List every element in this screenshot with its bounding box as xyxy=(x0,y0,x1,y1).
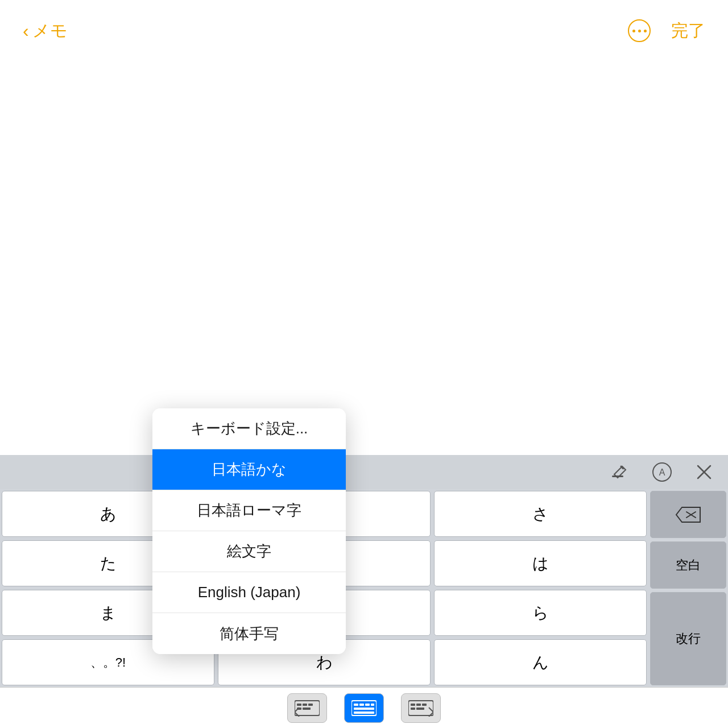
back-chevron-icon: ‹ xyxy=(23,22,29,40)
svg-rect-10 xyxy=(303,704,307,706)
svg-rect-15 xyxy=(354,704,358,706)
circle-a-icon: A xyxy=(652,462,672,482)
svg-rect-23 xyxy=(416,704,421,706)
edit-icon xyxy=(611,463,629,481)
svg-rect-11 xyxy=(308,704,313,706)
svg-rect-20 xyxy=(354,712,374,714)
dropdown-item-english-japan[interactable]: English (Japan) xyxy=(152,572,346,613)
nav-right-actions: 完了 xyxy=(628,19,705,43)
key-sa[interactable]: さ xyxy=(434,491,647,537)
current-keyboard-button[interactable] xyxy=(344,693,384,723)
content-area: A あ か さ た な xyxy=(0,46,728,728)
keyboard-body: あ か さ た な は ま や ら 、。?! xyxy=(0,489,728,687)
dropdown-item-japanese-romaji[interactable]: 日本語ローマ字 xyxy=(152,490,346,531)
space-key[interactable]: 空白 xyxy=(650,541,726,589)
svg-rect-18 xyxy=(371,704,374,706)
dot3 xyxy=(644,30,647,32)
next-keyboard-button[interactable] xyxy=(401,693,441,723)
close-keyboard-button[interactable] xyxy=(692,460,717,485)
dropdown-item-japanese-kana[interactable]: 日本語かな xyxy=(152,449,346,490)
next-keyboard-icon xyxy=(408,700,433,717)
predictive-candidate[interactable] xyxy=(607,460,632,485)
prev-keyboard-icon xyxy=(295,700,320,717)
svg-rect-25 xyxy=(411,708,415,710)
svg-rect-13 xyxy=(303,708,311,710)
dropdown-item-emoji[interactable]: 絵文字 xyxy=(152,531,346,572)
keyboard-toolbar: A xyxy=(0,455,728,489)
svg-rect-26 xyxy=(416,708,424,710)
circle-a-button[interactable]: A xyxy=(650,460,675,485)
key-ha[interactable]: は xyxy=(434,540,647,586)
svg-rect-17 xyxy=(365,704,370,706)
dot2 xyxy=(638,30,641,32)
svg-rect-22 xyxy=(411,704,415,706)
dropdown-item-keyboard-settings[interactable]: キーボード設定... xyxy=(152,408,346,449)
back-label: メモ xyxy=(32,19,68,43)
delete-key[interactable] xyxy=(650,491,726,538)
svg-rect-19 xyxy=(354,708,374,710)
svg-text:A: A xyxy=(659,468,665,477)
keyboard-language-dropdown: キーボード設定... 日本語かな 日本語ローマ字 絵文字 English (Ja… xyxy=(152,408,346,654)
dropdown-item-chinese-handwriting[interactable]: 简体手写 xyxy=(152,613,346,654)
current-keyboard-icon xyxy=(351,700,377,717)
key-ra[interactable]: ら xyxy=(434,590,647,636)
prev-keyboard-button[interactable] xyxy=(287,693,327,723)
keyboard-area: A あ か さ た な xyxy=(0,455,728,728)
svg-rect-9 xyxy=(297,704,301,706)
svg-rect-0 xyxy=(612,475,623,477)
done-button[interactable]: 完了 xyxy=(671,19,705,43)
nav-bar: ‹ メモ 完了 xyxy=(0,0,728,46)
keyboard-switcher xyxy=(0,687,728,728)
more-button[interactable] xyxy=(628,19,651,42)
close-icon xyxy=(696,464,713,481)
keyboard-right-column: 空白 改行 xyxy=(648,489,728,687)
key-n[interactable]: ん xyxy=(434,639,647,685)
enter-key[interactable]: 改行 xyxy=(650,592,726,685)
svg-rect-24 xyxy=(422,704,427,706)
dot1 xyxy=(632,30,635,32)
back-button[interactable]: ‹ メモ xyxy=(23,19,68,43)
svg-rect-16 xyxy=(359,704,364,706)
delete-icon xyxy=(674,505,702,524)
